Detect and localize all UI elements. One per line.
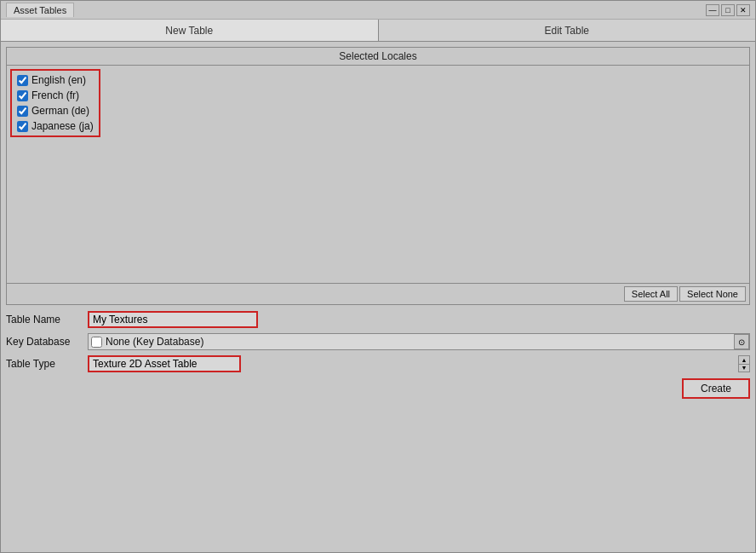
locale-item-ja[interactable]: Japanese (ja): [17, 120, 94, 132]
tab-edit-table[interactable]: Edit Table: [379, 20, 756, 41]
close-button[interactable]: ✕: [736, 4, 750, 16]
minimize-button[interactable]: —: [706, 4, 719, 16]
key-database-label: Key Database: [6, 336, 83, 348]
locale-checkbox-fr[interactable]: [17, 90, 28, 101]
locales-header: Selected Locales: [7, 48, 749, 66]
table-type-down-arrow[interactable]: ▼: [739, 365, 749, 372]
bottom-area: [1, 407, 755, 552]
create-button[interactable]: Create: [682, 378, 750, 399]
table-type-up-arrow[interactable]: ▲: [739, 356, 749, 365]
key-database-row: Key Database None (Key Database) ⊙: [6, 332, 750, 351]
table-name-label: Table Name: [6, 314, 83, 325]
main-content: Selected Locales English (en) French (fr…: [1, 42, 755, 407]
main-window: Asset Tables — □ ✕ New Table Edit Table: [0, 0, 756, 553]
title-bar: Asset Tables — □ ✕: [1, 1, 755, 20]
window-title: Asset Tables: [14, 5, 66, 15]
table-type-value: Texture 2D Asset Table: [93, 358, 198, 370]
locale-checkbox-en[interactable]: [17, 75, 28, 86]
table-name-row: Table Name: [6, 310, 750, 329]
locales-panel: Selected Locales English (en) French (fr…: [6, 47, 750, 305]
key-database-value: None (Key Database): [106, 336, 203, 348]
create-row: Create: [6, 377, 750, 400]
locale-item-de[interactable]: German (de): [17, 105, 94, 117]
locale-item-en[interactable]: English (en): [17, 74, 94, 86]
locale-checkbox-de[interactable]: [17, 106, 28, 117]
form-section: Table Name Key Database None (Key Databa…: [6, 308, 750, 402]
locales-body: English (en) French (fr) German (de) Jap…: [7, 66, 749, 283]
locale-checkboxes-group: English (en) French (fr) German (de) Jap…: [10, 69, 100, 137]
locale-checkbox-ja[interactable]: [17, 121, 28, 132]
locales-footer: Select All Select None: [7, 283, 749, 304]
table-type-row: Table Type Texture 2D Asset Table ▲ ▼: [6, 354, 750, 373]
restore-button[interactable]: □: [721, 4, 735, 16]
key-database-checkbox[interactable]: [91, 337, 102, 348]
select-all-button[interactable]: Select All: [624, 286, 678, 302]
window-title-tab: Asset Tables: [6, 3, 74, 17]
tabs-row: New Table Edit Table: [1, 20, 755, 42]
title-bar-left: Asset Tables: [6, 3, 74, 17]
title-bar-controls: — □ ✕: [706, 4, 750, 16]
key-database-select-btn[interactable]: ⊙: [734, 334, 749, 349]
table-name-input[interactable]: [88, 311, 258, 328]
locale-item-fr[interactable]: French (fr): [17, 89, 94, 101]
table-type-label: Table Type: [6, 358, 83, 370]
select-none-button[interactable]: Select None: [679, 286, 746, 302]
tab-new-table[interactable]: New Table: [1, 20, 379, 41]
